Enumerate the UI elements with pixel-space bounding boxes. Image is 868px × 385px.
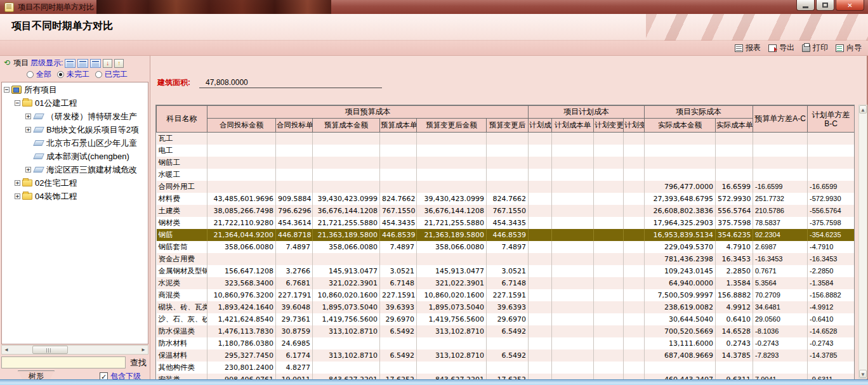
restore-button[interactable]: [816, 0, 834, 11]
table-row[interactable]: 瓦工: [157, 133, 855, 145]
cell: [529, 169, 552, 181]
table-row[interactable]: 保温材料295,327.74506.1774313,102.87106.5492…: [157, 349, 855, 362]
cell: 454.3435: [380, 217, 417, 229]
expand-icon[interactable]: +: [15, 180, 20, 186]
refresh-icon[interactable]: ⟲: [3, 58, 11, 69]
cell: [624, 289, 645, 301]
column-header[interactable]: 实际成本单: [716, 119, 753, 133]
report-button[interactable]: 报表: [735, 42, 761, 53]
cell: [313, 181, 380, 193]
table-row[interactable]: 水暖工: [157, 169, 855, 181]
expand-icon[interactable]: +: [25, 167, 31, 173]
table-row[interactable]: 资金占用费781,436.239816.3453-16.3453-16.3453: [157, 253, 855, 265]
table-row[interactable]: 水泥类323,568.34006.7681321,022.39016.71483…: [157, 277, 855, 289]
column-group-header[interactable]: 项目预算成本: [207, 106, 529, 119]
table-row[interactable]: 合同外用工796,477.000016.6599-16.6599-16.6599: [157, 181, 855, 193]
tree-item[interactable]: +B地块文化娱乐项目等2项: [2, 123, 148, 136]
print-button[interactable]: 打印: [802, 42, 828, 53]
table-row[interactable]: 其他构件类230,801.24004.8277: [157, 362, 855, 374]
expand-icon[interactable]: +: [15, 193, 20, 199]
cell: 824.7662: [487, 193, 529, 205]
column-header[interactable]: 预算变更后: [487, 119, 529, 133]
tree-horizontal-scrollbar[interactable]: ◄ ►: [1, 345, 148, 355]
close-button[interactable]: ✕: [836, 0, 864, 11]
column-header[interactable]: 合同投标单: [276, 119, 313, 133]
tree-item[interactable]: +海淀区西三旗建材城危改: [2, 163, 148, 176]
view-list-icon[interactable]: [65, 59, 76, 68]
table-row[interactable]: 钢筋21,364,044.9200446.871821,363,189.5800…: [157, 229, 855, 241]
cell: -2.2850: [808, 265, 855, 277]
tree-item[interactable]: −所有项目: [2, 83, 148, 96]
column-header-subject[interactable]: 科目名称: [157, 106, 207, 133]
column-header[interactable]: 预算变更后金额: [417, 119, 487, 133]
column-header[interactable]: 计划变更: [594, 119, 624, 133]
search-input[interactable]: [1, 356, 126, 369]
column-header[interactable]: 计划变: [624, 119, 645, 133]
scroll-down-icon[interactable]: ▼: [859, 370, 867, 378]
tree-item[interactable]: +（研发楼）博特研发生产: [2, 110, 148, 123]
radio-all-label[interactable]: 全部: [36, 69, 51, 80]
minimize-button[interactable]: [796, 0, 815, 11]
tree-item[interactable]: 北京市石景山区少年儿童: [2, 136, 148, 150]
cell: 7,500,509.9997: [645, 289, 716, 301]
column-group-header[interactable]: 项目计划成本: [529, 106, 645, 119]
building-area-value[interactable]: 47,808.0000: [199, 78, 382, 88]
table-row[interactable]: 砌块、砖、瓦类1,893,424.164039.60481,895,073.50…: [157, 301, 855, 313]
find-button[interactable]: 查找: [128, 357, 148, 369]
radio-unfinished[interactable]: [57, 71, 64, 78]
cell: 1,419,756.5600: [313, 313, 380, 325]
radio-all[interactable]: [27, 71, 34, 78]
collapse-icon[interactable]: −: [4, 87, 10, 93]
scroll-thumb[interactable]: [32, 346, 68, 354]
sort-ascending-icon[interactable]: ↑: [114, 59, 124, 68]
column-header[interactable]: 计划成本单: [552, 119, 594, 133]
column-header[interactable]: 预算成本单: [380, 119, 417, 133]
table-row[interactable]: 钢材类21,722,110.9280454.361421,721,255.588…: [157, 217, 855, 229]
subject-name-cell: 砌块、砖、瓦类: [157, 301, 207, 313]
cell: [594, 205, 624, 217]
sort-descending-icon[interactable]: ↓: [103, 59, 112, 68]
column-header[interactable]: 计划成: [529, 119, 552, 133]
table-row[interactable]: 钢筋套筒358,066.00807.4897358,066.00807.4897…: [157, 241, 855, 253]
column-group-header[interactable]: 项目实际成本: [645, 106, 753, 119]
view-detail-icon[interactable]: [77, 59, 88, 68]
table-row[interactable]: 钢筋工: [157, 157, 855, 169]
radio-finished-label[interactable]: 已完工: [105, 69, 128, 80]
wizard-button[interactable]: 向导: [836, 42, 862, 53]
scroll-right-icon[interactable]: ►: [139, 346, 148, 354]
table-row[interactable]: 材料费43,485,601.9696909.588439,430,423.099…: [157, 193, 855, 205]
table-row[interactable]: 电工: [157, 145, 855, 157]
table-vertical-scrollbar[interactable]: ▲ ▼: [858, 105, 867, 379]
radio-finished[interactable]: [95, 71, 102, 78]
subject-name-cell: 土建类: [157, 205, 207, 217]
column-header[interactable]: 预算成本金额: [313, 119, 380, 133]
table-row[interactable]: 沙、石、灰、砂1,421,624.854029.73611,419,756.56…: [157, 313, 855, 325]
cell: 227.1791: [276, 289, 313, 301]
cell: [594, 193, 624, 205]
column-header-plan-diff[interactable]: 计划单方差 B-C: [808, 106, 855, 133]
column-header-budget-diff[interactable]: 预算单方差A-C: [753, 106, 808, 133]
table-row[interactable]: 金属钢材及型钢156,647.12083.2766145,913.04773.0…: [157, 265, 855, 277]
radio-unfinished-label[interactable]: 未完工: [67, 69, 89, 80]
column-header[interactable]: 实际成本金额: [645, 119, 716, 133]
cell: 767.1550: [487, 205, 529, 217]
expand-icon[interactable]: +: [25, 127, 31, 133]
table-row[interactable]: 防水保温类1,476,113.783030.8759313,102.87106.…: [157, 325, 855, 337]
table-row[interactable]: 土建类38,085,266.7498796.629636,676,144.120…: [157, 205, 855, 217]
scroll-up-icon[interactable]: ▲: [859, 105, 867, 114]
collapse-icon[interactable]: −: [15, 100, 20, 106]
column-header[interactable]: 合同投标金额: [207, 119, 276, 133]
scroll-left-icon[interactable]: ◄: [2, 346, 11, 354]
tree-item[interactable]: +04装饰工程: [2, 190, 148, 203]
table-row[interactable]: 商混类10,860,976.3200227.179110,860,020.160…: [157, 289, 855, 301]
cell: 358,066.0080: [417, 241, 487, 253]
expand-icon[interactable]: +: [25, 114, 31, 119]
view-grid-icon[interactable]: [90, 59, 101, 68]
tree-item[interactable]: +02住宅工程: [2, 176, 148, 190]
cell: [417, 157, 487, 169]
tree-item[interactable]: 成本部测试(chengben): [2, 150, 148, 163]
table-row[interactable]: 防水材料1,180,786.038024.698513,111.60000.27…: [157, 337, 855, 349]
cell: [716, 133, 753, 145]
tree-item[interactable]: −01公建工程: [2, 96, 148, 110]
export-button[interactable]: 导出: [768, 42, 794, 53]
